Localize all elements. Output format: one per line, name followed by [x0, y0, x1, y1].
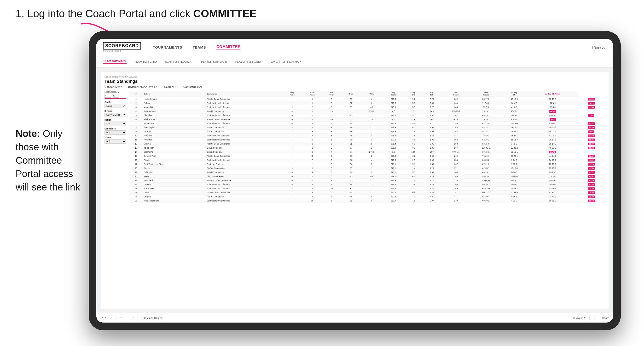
- table-cell-12: 59-39-1: [471, 182, 501, 187]
- table-cell-6: 26: [341, 174, 361, 178]
- filter-display-row: Gender: Men's Division: NCAA Division I …: [104, 85, 605, 88]
- main-content: Update time: 27/03/2024 16:56:26 Team St…: [96, 67, 613, 313]
- table-cell-4: 5: [302, 191, 322, 195]
- table-cell-1: Tennessee: [142, 122, 206, 126]
- table-cell-13: 11-29-1: [501, 182, 528, 187]
- table-cell-8: 280.7: [382, 199, 404, 203]
- table-cell-13: 30-4-0: [501, 101, 528, 105]
- table-cell-9: -5.0: [404, 113, 423, 118]
- toolbar-redo-icon[interactable]: ↪: [105, 316, 108, 320]
- table-row: 21New MexicoMountain West Conference–193…: [130, 178, 605, 182]
- table-cell-15: 80.38: [578, 195, 605, 199]
- table-cell-11: 269: [441, 174, 471, 178]
- table-cell-4: 8: [302, 182, 322, 187]
- watch-button[interactable]: 👁 Watch ▾: [572, 316, 586, 320]
- table-cell-6: 30: [341, 187, 361, 191]
- sub-nav-player-h2h-heatmap[interactable]: PLAYER H2H HEATMAP: [269, 60, 301, 63]
- table-cell-11: 267: [441, 146, 471, 150]
- conference-select[interactable]: (All): [104, 130, 126, 135]
- sub-nav-team-summary[interactable]: TEAM SUMMARY: [103, 60, 126, 64]
- table-cell-4: 3: [302, 174, 322, 178]
- table-cell-14: 33-44-3: [528, 187, 578, 191]
- min-rounds-max-input[interactable]: [112, 94, 119, 98]
- nav-item-tournaments[interactable]: TOURNAMENTS: [153, 45, 182, 49]
- table-row: 5Ole MissSoutheastern Conference–3618127…: [130, 113, 605, 118]
- gender-select[interactable]: Men's Women's: [104, 104, 126, 108]
- sign-out-button[interactable]: | Sign out: [592, 45, 606, 49]
- table-cell-7: 0: [361, 195, 382, 199]
- table-cell-6: 21: [341, 195, 361, 199]
- table-cell-5: 9: [322, 162, 341, 166]
- table-cell-9: -0.4: [404, 191, 423, 195]
- table-cell-4: 1: [302, 97, 322, 101]
- toolbar-undo-icon[interactable]: ↩: [100, 316, 103, 320]
- table-cell-3: –: [282, 122, 302, 126]
- table-cell-5: 8: [322, 170, 341, 174]
- table-cell-4: 1: [302, 178, 322, 182]
- tablet-frame: SCOREBOARD Powered by clippd TOURNAMENTS…: [89, 31, 621, 330]
- col-conf-rank: ConfRank: [302, 91, 322, 97]
- table-cell-11: 266: [441, 182, 471, 187]
- table-cell-1: Florida: [142, 158, 206, 162]
- table-cell-15: 80.54: [578, 182, 605, 187]
- content-card: Update time: 27/03/2024 16:56:26 Team St…: [101, 72, 609, 309]
- table-cell-11: 96-29-2: [441, 118, 471, 122]
- view-original-button[interactable]: 👁 View: Original: [141, 316, 165, 320]
- toolbar-copy-icon[interactable]: ⊞: [114, 316, 117, 320]
- table-cell-0: 6: [130, 118, 142, 122]
- table-cell-9: -3.1: [404, 195, 423, 199]
- sub-nav-player-summary[interactable]: PLAYER SUMMARY: [201, 60, 228, 63]
- table-cell-10: 1.28: [422, 166, 441, 170]
- table-cell-1: Arizona: [142, 130, 206, 134]
- table-cell-11: 267: [441, 162, 471, 166]
- conference-filter-label: Conference: [104, 128, 126, 130]
- table-cell-2: Pac-12 Conference: [206, 170, 282, 174]
- expand-button[interactable]: ⤢: [594, 316, 596, 320]
- table-cell-0: 24: [130, 191, 142, 195]
- sub-nav-player-h2h-grid[interactable]: PLAYER H2H GRID: [235, 60, 261, 63]
- table-row: 3VanderbiltSoutheastern Conference–28266…: [130, 105, 605, 109]
- table-cell-3: –: [282, 182, 302, 187]
- table-cell-12: 72-30-1: [471, 134, 501, 138]
- toolbar-clock-icon[interactable]: ◷: [132, 316, 134, 320]
- table-cell-4: 2: [302, 118, 322, 122]
- table-cell-4: 5: [302, 134, 322, 138]
- table-cell-0: 4: [130, 109, 142, 113]
- table-cell-5: 10: [322, 187, 341, 191]
- col-no-tour: NoTour: [322, 91, 341, 97]
- table-cell-12: 79-25-1: [471, 109, 501, 113]
- table-cell-3: –: [282, 105, 302, 109]
- nav-item-committee[interactable]: COMMITTEE: [216, 45, 241, 50]
- table-cell-10: 1.44: [422, 174, 441, 178]
- table-cell-9: -3.5: [404, 134, 423, 138]
- table-cell-3: –: [282, 199, 302, 203]
- col-conference: Conference: [206, 91, 282, 97]
- min-rounds-min-input[interactable]: [104, 94, 111, 98]
- table-cell-12: 33-25-2: [471, 118, 501, 122]
- table-cell-15: 83.49: [578, 126, 605, 130]
- table-cell-6: 24: [341, 170, 361, 174]
- table-cell-4: 2: [302, 150, 322, 154]
- watch-icon: 👁: [572, 317, 575, 320]
- table-cell-6: 23: [341, 130, 361, 134]
- sub-nav-h2h-heatmap[interactable]: TEAM H2H HEATMAP: [164, 60, 194, 63]
- table-cell-12: 66-40-1: [471, 195, 501, 199]
- table-cell-1: North Carolina: [142, 97, 206, 101]
- table-cell-0: 10: [130, 134, 142, 138]
- share-button[interactable]: ↗ Share: [600, 316, 609, 320]
- toolbar-more-icon[interactable]: • • •: [120, 316, 125, 320]
- table-cell-0: 15: [130, 154, 142, 158]
- division-select[interactable]: NCAA Division I: [104, 113, 126, 117]
- table-cell-3: –: [282, 138, 302, 142]
- table-cell-6: 18: [341, 113, 361, 118]
- toolbar-divider-3: [589, 316, 590, 320]
- nav-item-teams[interactable]: TEAMS: [193, 45, 206, 49]
- table-cell-8: -4.4: [382, 118, 404, 122]
- sub-nav-h2h-grid[interactable]: TEAM H2H GRID: [134, 60, 157, 63]
- table-cell-14: 10-30-0: [528, 199, 578, 203]
- region-select[interactable]: N/A: [104, 122, 126, 126]
- toolbar-home-icon[interactable]: ⌂: [110, 316, 112, 320]
- table-cell-13: 17-33-3: [501, 174, 528, 178]
- school-select[interactable]: (All): [104, 139, 126, 144]
- region-filter-label: Region: [104, 119, 126, 121]
